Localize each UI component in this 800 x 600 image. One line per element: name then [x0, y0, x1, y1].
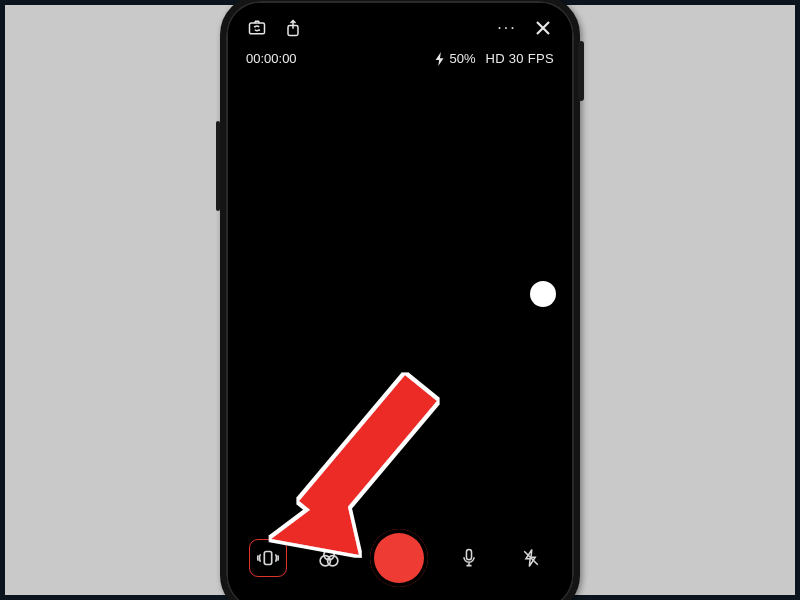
flash-level-value: 50% — [450, 51, 476, 66]
filters-icon[interactable] — [309, 538, 349, 578]
tutorial-canvas: ··· 00:00:00 50% HD 30 FPS — [0, 0, 800, 600]
svg-rect-0 — [250, 23, 265, 34]
bottom-controls — [228, 523, 572, 593]
recording-timer: 00:00:00 — [246, 51, 297, 66]
flash-level[interactable]: 50% — [434, 51, 476, 66]
focus-point[interactable] — [530, 281, 556, 307]
svg-rect-2 — [265, 552, 272, 565]
more-icon[interactable]: ··· — [496, 17, 518, 39]
close-icon[interactable] — [532, 17, 554, 39]
svg-rect-6 — [467, 550, 472, 560]
info-row: 00:00:00 50% HD 30 FPS — [228, 51, 572, 66]
camera-screen: ··· 00:00:00 50% HD 30 FPS — [228, 3, 572, 600]
camera-flip-icon[interactable] — [246, 17, 268, 39]
top-icon-row: ··· — [228, 17, 572, 39]
flash-off-icon[interactable] — [511, 538, 551, 578]
resolution-label[interactable]: HD 30 FPS — [486, 51, 554, 66]
share-icon[interactable] — [282, 17, 304, 39]
phone-frame: ··· 00:00:00 50% HD 30 FPS — [220, 0, 580, 600]
record-button[interactable] — [370, 529, 428, 587]
mic-icon[interactable] — [449, 538, 489, 578]
stabilize-icon[interactable] — [249, 539, 287, 577]
